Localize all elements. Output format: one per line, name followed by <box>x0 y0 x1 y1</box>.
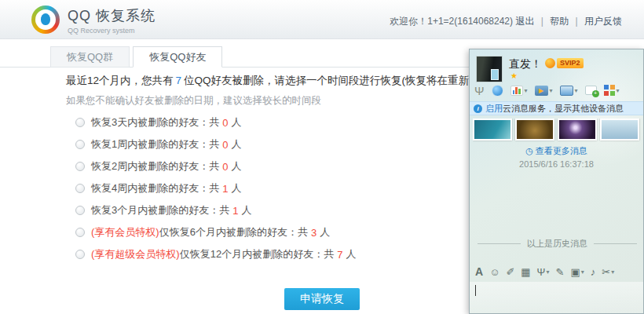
option-label: 恢复3天内被删除的好友：共 <box>91 115 219 130</box>
radio-icon[interactable] <box>75 118 85 127</box>
chevron-down-icon: ▾ <box>546 268 549 276</box>
chevron-down-icon: ▾ <box>611 268 614 276</box>
radio-icon[interactable] <box>75 162 85 171</box>
more-apps-button[interactable]: ▾ <box>604 85 620 96</box>
option-count: 0 <box>222 139 228 151</box>
image-thumbnail[interactable] <box>473 119 512 141</box>
chevron-down-icon: ▾ <box>575 87 578 94</box>
option-label: 恢复4周内被删除的好友：共 <box>91 181 219 195</box>
tab-recover-qq-friends[interactable]: 恢复QQ好友 <box>133 46 222 68</box>
hint-text: 如果您不能确认好友被删除的日期，建议选择较长的时间段 <box>66 94 321 108</box>
image-icon: ▣ <box>570 266 580 278</box>
option-label: 恢复3个月内被删除的好友：共 <box>91 203 229 217</box>
radio-icon[interactable] <box>75 206 85 215</box>
chevron-down-icon: ▾ <box>617 87 620 94</box>
page-header: QQ 恢复系统 QQ Recovery system 欢迎你！1+1=2(161… <box>0 0 644 39</box>
star-icon: ★ <box>510 71 518 80</box>
option-label: 仅恢复12个月内被删除的好友：共 <box>180 247 334 261</box>
welcome-text: 欢迎你！1+1=2(1614068242) <box>390 16 513 27</box>
page-title: QQ 恢复系统 <box>68 6 156 25</box>
option-vip-prefix: (享有会员特权) <box>91 225 159 239</box>
radio-icon[interactable] <box>75 184 85 193</box>
option-vip-prefix: (享有超级会员特权) <box>91 247 180 261</box>
image-message-row <box>473 119 644 142</box>
tab-bar: 恢复QQ群 恢复QQ好友 <box>50 46 225 68</box>
option-12-months-svip[interactable]: (享有超级会员特权) 仅恢复12个月内被删除的好友：共 7 人 <box>75 246 356 262</box>
svip-badge[interactable]: SVIP2 <box>545 58 584 68</box>
avatar[interactable] <box>476 56 503 82</box>
deleted-friend-count: 7 <box>176 75 182 86</box>
option-3-months[interactable]: 恢复3个月内被删除的好友：共 1 人 <box>75 203 356 218</box>
notice-text: 云消息服务，显示其他设备消息 <box>503 103 624 115</box>
voice-call-button[interactable]: Ψ <box>474 84 485 97</box>
enable-cloud-link[interactable]: 启用 <box>485 103 503 115</box>
option-unit: 人 <box>231 137 241 152</box>
option-6-months-vip[interactable]: (享有会员特权) 仅恢复6个月内被删除的好友：共 3 人 <box>75 225 356 240</box>
brand-block: QQ 恢复系统 QQ Recovery system <box>68 6 156 35</box>
option-count: 1 <box>232 205 238 217</box>
view-more-label: 查看更多消息 <box>536 146 587 155</box>
screenshot-button[interactable]: ✂▾ <box>602 266 614 278</box>
qq-chat-window: 直发！ SVIP2 ★ Ψ ▾ ▶▾ ▾ ▾ i 启用 云消息服务，显示其他设备… <box>469 49 644 314</box>
radio-icon[interactable] <box>75 140 85 149</box>
image-thumbnail[interactable] <box>558 119 597 141</box>
chat-contact-name: 直发！ <box>509 57 542 71</box>
option-2-weeks[interactable]: 恢复2周内被删除的好友：共 0 人 <box>75 159 356 174</box>
video-message-button[interactable]: ▦ <box>521 266 530 278</box>
magic-wand-button[interactable]: ✐ <box>506 266 514 278</box>
file-transfer-button[interactable]: ▶▾ <box>535 86 553 96</box>
microphone-icon: Ψ <box>474 84 485 97</box>
view-more-messages-link[interactable]: ◷查看更多消息 <box>470 145 643 157</box>
image-thumbnail[interactable] <box>600 119 639 141</box>
radio-icon[interactable] <box>75 228 85 237</box>
help-link[interactable]: 帮助 <box>550 16 569 27</box>
chevron-down-icon: ▾ <box>581 268 584 276</box>
radio-icon[interactable] <box>75 250 85 259</box>
option-count: 7 <box>337 249 342 261</box>
folder-arrow-icon: ▶ <box>535 86 548 96</box>
apply-recovery-button[interactable]: 申请恢复 <box>284 288 360 310</box>
history-divider: 以上是历史消息 <box>478 238 637 250</box>
screen-share-icon <box>560 86 573 96</box>
option-4-weeks[interactable]: 恢复4周内被删除的好友：共 1 人 <box>75 181 356 196</box>
create-chat-button[interactable] <box>585 86 597 95</box>
recovery-options-list: 恢复3天内被删除的好友：共 0 人 恢复1周内被删除的好友：共 0 人 恢复2周… <box>75 115 356 268</box>
webcam-icon <box>492 85 503 97</box>
tab-recover-qq-group[interactable]: 恢复QQ群 <box>50 46 130 68</box>
text-cursor <box>475 285 476 296</box>
option-label: 恢复1周内被删除的好友：共 <box>91 137 219 152</box>
message-input[interactable] <box>470 282 643 314</box>
qq-logo-icon <box>31 5 60 34</box>
chat-toolbar: Ψ ▾ ▶▾ ▾ ▾ <box>470 81 643 100</box>
option-1-week[interactable]: 恢复1周内被删除的好友：共 0 人 <box>75 137 356 152</box>
screen-share-button[interactable]: ▾ <box>560 86 578 96</box>
option-count: 3 <box>311 227 317 239</box>
option-unit: 人 <box>231 181 241 195</box>
font-style-button[interactable]: A <box>475 265 483 278</box>
chevron-down-icon: ▾ <box>525 87 528 94</box>
music-button[interactable]: ♪ <box>591 266 596 278</box>
editor-toolbar: A ☺ ✐ ▦ Ψ▾ ✎ ▣▾ ♪ ✂▾ <box>470 263 643 280</box>
scissors-icon: ✂ <box>602 266 610 278</box>
page-subtitle: QQ Recovery system <box>68 27 156 35</box>
option-unit: 人 <box>320 225 330 239</box>
option-3-days[interactable]: 恢复3天内被删除的好友：共 0 人 <box>75 115 356 130</box>
image-thumbnail[interactable] <box>515 119 554 141</box>
app-activity-button[interactable]: ▾ <box>510 86 528 96</box>
video-call-button[interactable] <box>492 85 503 97</box>
handwrite-button[interactable]: ✎ <box>556 266 565 278</box>
info-icon: i <box>474 104 482 113</box>
feedback-link[interactable]: 用户反馈 <box>584 16 622 27</box>
vip-penguin-icon <box>545 58 555 68</box>
message-plus-icon <box>585 86 597 95</box>
emoji-button[interactable]: ☺ <box>489 266 499 278</box>
voice-message-button[interactable]: Ψ▾ <box>537 266 550 278</box>
logout-link[interactable]: 退出 <box>515 16 534 27</box>
history-divider-label: 以上是历史消息 <box>527 238 587 250</box>
image-button[interactable]: ▣▾ <box>570 266 584 278</box>
app-grid-icon <box>604 85 615 96</box>
microphone-icon: Ψ <box>537 266 546 278</box>
cloud-message-notice: i 启用 云消息服务，显示其他设备消息 <box>470 101 643 115</box>
option-unit: 人 <box>346 247 356 261</box>
message-timestamp: 2015/6/16 16:37:18 <box>470 159 643 169</box>
